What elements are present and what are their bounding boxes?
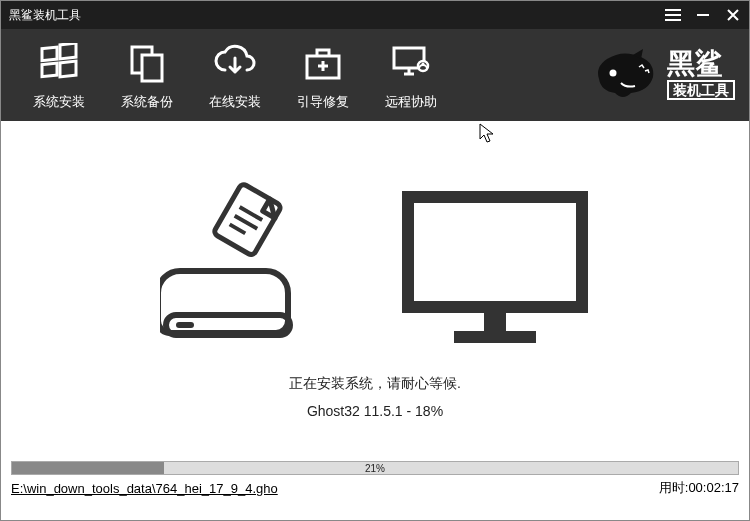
main-toolbar: 系统安装 系统备份 在线安装 引导修复 远程协助 黑鲨 装机工具 xyxy=(1,29,749,121)
elapsed-label: 用时: xyxy=(659,480,689,495)
nav-label: 远程协助 xyxy=(385,93,437,111)
close-button[interactable] xyxy=(725,7,741,23)
svg-rect-14 xyxy=(408,197,582,307)
disk-file-icon xyxy=(160,179,310,349)
progress-bar: 21% xyxy=(11,461,739,475)
nav-label: 系统备份 xyxy=(121,93,173,111)
nav-remote-assist[interactable]: 远程协助 xyxy=(367,39,455,111)
progress-fill xyxy=(12,462,164,474)
nav-system-install[interactable]: 系统安装 xyxy=(15,39,103,111)
brand-area: 黑鲨 装机工具 xyxy=(593,47,735,103)
shark-logo-icon xyxy=(593,47,659,103)
svg-rect-15 xyxy=(484,307,506,331)
nav-system-backup[interactable]: 系统备份 xyxy=(103,39,191,111)
hamburger-icon xyxy=(665,9,681,21)
progress-percent-label: 21% xyxy=(365,463,385,474)
menu-button[interactable] xyxy=(665,7,681,23)
svg-rect-16 xyxy=(454,331,536,343)
svg-rect-11 xyxy=(213,183,282,256)
windows-icon xyxy=(39,43,79,83)
cursor-icon xyxy=(479,123,495,145)
copy-icon xyxy=(128,43,166,83)
status-text: 正在安装系统，请耐心等候. xyxy=(289,375,461,393)
title-bar: 黑鲨装机工具 xyxy=(1,1,749,29)
nav-online-install[interactable]: 在线安装 xyxy=(191,39,279,111)
ghost-line: Ghost32 11.5.1 - 18% xyxy=(307,403,443,419)
progress-section: 21% xyxy=(1,461,749,475)
svg-point-10 xyxy=(610,70,617,77)
minimize-icon xyxy=(696,8,710,22)
close-icon xyxy=(726,8,740,22)
first-aid-icon xyxy=(303,44,343,82)
file-path-link[interactable]: E:\win_down_tools_data\764_hei_17_9_4.gh… xyxy=(11,481,278,496)
remote-monitor-icon xyxy=(390,44,432,82)
elapsed-value: 00:02:17 xyxy=(688,480,739,495)
brand-name-big: 黑鲨 xyxy=(667,50,723,78)
svg-rect-13 xyxy=(176,322,194,328)
illustration xyxy=(160,169,590,349)
content-area: 正在安装系统，请耐心等候. Ghost32 11.5.1 - 18% xyxy=(1,121,749,461)
elapsed-time: 用时:00:02:17 xyxy=(659,479,739,497)
nav-label: 引导修复 xyxy=(297,93,349,111)
svg-rect-0 xyxy=(42,47,57,61)
app-title: 黑鲨装机工具 xyxy=(9,7,665,24)
svg-rect-5 xyxy=(142,55,162,81)
nav-boot-repair[interactable]: 引导修复 xyxy=(279,39,367,111)
brand-name-small: 装机工具 xyxy=(667,80,735,101)
svg-rect-1 xyxy=(60,43,76,59)
footer: E:\win_down_tools_data\764_hei_17_9_4.gh… xyxy=(1,475,749,497)
svg-rect-2 xyxy=(42,63,57,77)
nav-label: 系统安装 xyxy=(33,93,85,111)
window-controls xyxy=(665,7,741,23)
minimize-button[interactable] xyxy=(695,7,711,23)
nav-label: 在线安装 xyxy=(209,93,261,111)
monitor-icon xyxy=(400,189,590,349)
svg-rect-3 xyxy=(60,61,76,77)
cloud-download-icon xyxy=(213,44,257,82)
